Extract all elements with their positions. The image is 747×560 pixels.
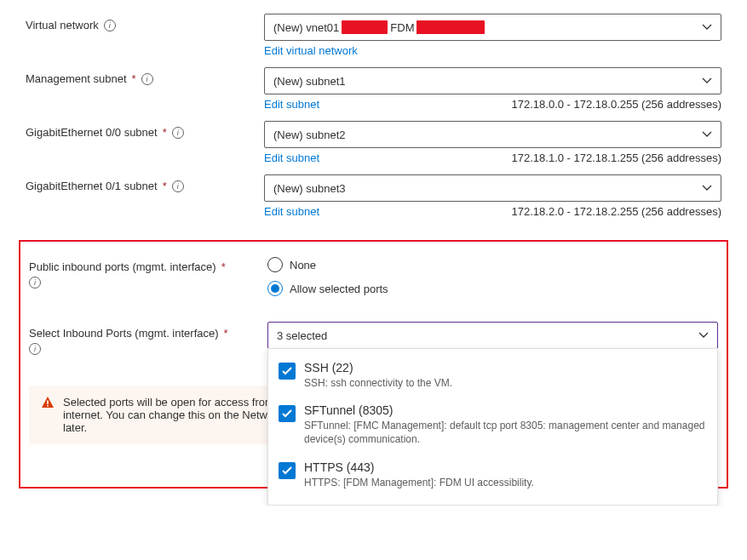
select-ports-summary: 3 selected xyxy=(277,329,327,342)
chevron-down-icon xyxy=(702,185,712,191)
ge01-subnet-value: (New) subnet3 xyxy=(273,182,346,195)
port-option-ssh[interactable]: SSH (22) SSH: ssh connectivity to the VM… xyxy=(268,354,717,397)
redacted-block xyxy=(417,20,485,34)
info-icon: i xyxy=(141,73,153,85)
public-inbound-label: Public inbound ports (mgmt. interface) xyxy=(29,260,216,273)
chevron-down-icon xyxy=(698,332,709,339)
port-option-https[interactable]: HTTPS (443) HTTPS: [FDM Management]: FDM… xyxy=(268,454,717,496)
port-title: HTTPS (443) xyxy=(304,460,534,474)
ge00-subnet-label: GigabitEthernet 0/0 subnet xyxy=(26,126,158,139)
vnet-value-prefix: (New) vnet01 xyxy=(273,21,339,34)
required-asterisk: * xyxy=(163,180,167,192)
select-ports-dropdown[interactable]: 3 selected SSH (22) SSH: ssh connectivit… xyxy=(267,322,718,349)
redacted-block xyxy=(342,20,388,34)
mgmt-subnet-dropdown[interactable]: (New) subnet1 xyxy=(264,67,721,94)
select-ports-label: Select Inbound Ports (mgmt. interface) xyxy=(29,327,219,340)
info-icon: i xyxy=(104,20,116,31)
required-asterisk: * xyxy=(163,126,167,139)
inbound-ports-section: Public inbound ports (mgmt. interface) *… xyxy=(19,240,728,489)
info-icon: i xyxy=(29,343,41,355)
checkbox-icon xyxy=(279,462,296,479)
inbound-radio-allow[interactable]: Allow selected ports xyxy=(267,281,718,296)
mgmt-subnet-label: Management subnet xyxy=(26,72,127,85)
subnet-range: 172.18.2.0 - 172.18.2.255 (256 addresses… xyxy=(512,205,721,218)
radio-label: Allow selected ports xyxy=(290,283,388,295)
vnet-value-mid: FDM xyxy=(390,21,414,34)
port-desc: SFTunnel: [FMC Management]: default tcp … xyxy=(304,419,707,446)
radio-icon xyxy=(267,281,283,296)
radio-icon xyxy=(267,257,283,272)
svg-rect-0 xyxy=(47,401,49,405)
chevron-down-icon xyxy=(702,131,712,138)
inbound-radio-group: None Allow selected ports xyxy=(267,255,718,296)
subnet-range: 172.18.1.0 - 172.18.1.255 (256 addresses… xyxy=(512,151,721,164)
ge01-subnet-label: GigabitEthernet 0/1 subnet xyxy=(26,180,158,192)
required-asterisk: * xyxy=(224,327,228,340)
svg-rect-1 xyxy=(47,405,49,407)
port-desc: SSH: ssh connectivity to the VM. xyxy=(304,376,452,390)
vnet-label: Virtual network xyxy=(26,19,99,31)
ge00-subnet-value: (New) subnet2 xyxy=(273,129,346,141)
port-title: SFTunnel (8305) xyxy=(304,403,707,417)
ge00-subnet-dropdown[interactable]: (New) subnet2 xyxy=(264,121,721,148)
checkbox-icon xyxy=(279,405,296,422)
port-option-sftunnel[interactable]: SFTunnel (8305) SFTunnel: [FMC Managemen… xyxy=(268,397,717,453)
checkbox-icon xyxy=(279,363,296,380)
required-asterisk: * xyxy=(221,260,226,273)
info-icon: i xyxy=(172,180,184,192)
inbound-radio-none[interactable]: None xyxy=(267,257,718,272)
info-icon: i xyxy=(29,277,41,289)
edit-subnet-link[interactable]: Edit subnet xyxy=(264,151,319,164)
info-icon: i xyxy=(172,127,184,139)
chevron-down-icon xyxy=(702,24,712,31)
chevron-down-icon xyxy=(702,77,712,84)
mgmt-subnet-value: (New) subnet1 xyxy=(273,75,346,88)
select-ports-panel: SSH (22) SSH: ssh connectivity to the VM… xyxy=(267,348,718,506)
required-asterisk: * xyxy=(132,72,136,85)
edit-subnet-link[interactable]: Edit subnet xyxy=(264,98,319,111)
subnet-range: 172.18.0.0 - 172.18.0.255 (256 addresses… xyxy=(512,98,721,111)
port-desc: HTTPS: [FDM Management]: FDM UI accessib… xyxy=(304,476,534,489)
vnet-dropdown[interactable]: (New) vnet01 FDM xyxy=(264,14,721,41)
ge01-subnet-dropdown[interactable]: (New) subnet3 xyxy=(264,174,721,202)
port-title: SSH (22) xyxy=(304,361,452,374)
warning-icon xyxy=(41,396,55,409)
edit-vnet-link[interactable]: Edit virtual network xyxy=(264,44,358,57)
edit-subnet-link[interactable]: Edit subnet xyxy=(264,205,319,218)
radio-label: None xyxy=(290,259,316,271)
